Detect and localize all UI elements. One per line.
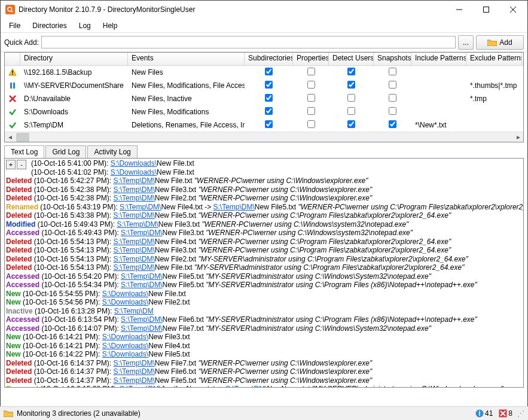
log-path-link[interactable]: S:\Temp\DM\ <box>117 220 158 229</box>
log-path-link[interactable]: S:\Downloads\ <box>102 333 148 341</box>
grid-header-properties[interactable]: Properties <box>293 53 329 65</box>
checkbox[interactable] <box>265 107 273 115</box>
log-path-link[interactable]: S:\Downloads\ <box>111 159 157 168</box>
menu-bar: File Directories Log Help <box>1 19 527 33</box>
checkbox[interactable] <box>347 120 355 128</box>
event-label: Deleted <box>6 176 32 185</box>
timestamp: (10-Oct-16 5:42:27 PM): <box>32 176 113 185</box>
grid-header-snapshots[interactable]: Snapshots <box>374 53 411 65</box>
log-expand-button[interactable]: + <box>6 160 16 169</box>
grid-header-icon[interactable] <box>5 53 20 65</box>
log-path-link[interactable]: S:\Temp\DM\ <box>120 203 161 211</box>
checkbox[interactable] <box>307 94 315 102</box>
log-path-link[interactable]: S:\Temp\DM\ <box>121 315 162 324</box>
checkbox[interactable] <box>307 68 315 75</box>
grid-header-subdirs[interactable]: Subdirectories <box>245 53 293 65</box>
checkbox[interactable] <box>347 68 355 75</box>
minimize-button[interactable] <box>445 1 472 18</box>
grid-row[interactable]: S:\DownloadsNew Files, Modifications <box>5 105 523 118</box>
log-path-link[interactable]: S:\Temp\DM\ <box>113 255 154 263</box>
browse-button[interactable]: ... <box>458 35 474 50</box>
log-path-link[interactable]: S:\Downloads\ <box>102 342 148 350</box>
scroll-thumb[interactable] <box>16 133 29 142</box>
checkbox[interactable] <box>265 94 273 102</box>
log-path-link[interactable]: S:\Temp\DM\ <box>113 246 154 254</box>
checkbox[interactable] <box>265 120 273 128</box>
log-path-link[interactable]: S:\Temp\DM\ <box>121 272 162 281</box>
log-path-link[interactable]: S:\Downloads\ <box>111 168 157 176</box>
tab-text-log[interactable]: Text Log <box>4 145 44 159</box>
event-label: Deleted <box>6 359 32 367</box>
grid-header-detect[interactable]: Detect Users <box>329 53 374 65</box>
log-path-link[interactable]: S:\Temp\DM\ <box>113 194 154 202</box>
checkbox[interactable] <box>389 107 396 115</box>
log-line: Modified (10-Oct-16 5:49:43 PM): S:\Temp… <box>6 220 522 229</box>
checkbox[interactable] <box>389 94 396 102</box>
checkbox[interactable] <box>389 68 396 75</box>
log-path-link[interactable]: S:\Downloads\ <box>102 350 148 358</box>
status-icon <box>5 93 20 104</box>
checkbox[interactable] <box>389 81 396 89</box>
tab-grid-log[interactable]: Grid Log <box>45 145 86 159</box>
menu-help[interactable]: Help <box>97 20 124 32</box>
events-cell: Deletions, Renames, File Access, In.. <box>128 120 245 130</box>
log-path-link[interactable]: S:\Temp\DM\ <box>120 385 161 388</box>
checkbox[interactable] <box>347 81 355 89</box>
log-path-link[interactable]: S:\Downloads\ <box>102 290 148 298</box>
log-path-link[interactable]: S:\Temp\DM\ <box>121 324 162 333</box>
grid-header-include[interactable]: Include Patterns <box>411 53 466 65</box>
event-label: Deleted <box>6 211 32 220</box>
log-path-link[interactable]: S:\Temp\DM\ <box>121 229 162 237</box>
log-path-link[interactable]: S:\Temp\DM\ <box>113 376 154 385</box>
log-path-link[interactable]: S:\Downloads\ <box>102 298 148 306</box>
browse-label: ... <box>463 38 469 47</box>
checkbox[interactable] <box>265 81 273 89</box>
log-path-link[interactable]: S:\Temp\DM\ <box>113 367 154 376</box>
quick-add-input[interactable] <box>41 36 456 48</box>
grid-header-events[interactable]: Events <box>128 53 245 65</box>
log-path-link[interactable]: S:\Temp\DM\ <box>113 263 154 272</box>
grid-row[interactable]: \\MY-SERVER\DocumentShareNew Files, Modi… <box>5 79 523 92</box>
menu-file[interactable]: File <box>3 20 26 32</box>
checkbox[interactable] <box>265 68 273 75</box>
checkbox[interactable] <box>389 120 396 128</box>
horizontal-scrollbar[interactable]: ◂ ▸ <box>5 132 523 142</box>
log-path-link[interactable]: S:\Temp\DM <box>114 307 154 315</box>
info-badge[interactable]: i 41 <box>474 409 494 418</box>
tab-activity-log[interactable]: Activity Log <box>87 145 137 159</box>
grid-row[interactable]: S:\Temp\DMDeletions, Renames, File Acces… <box>5 118 523 132</box>
log-path-link[interactable]: S:\Temp\DM\ <box>113 176 154 185</box>
log-filename: New File2.txt <box>155 194 199 202</box>
grid-row[interactable]: \\192.168.1.5\BackupNew Files <box>5 66 523 79</box>
checkbox[interactable] <box>347 94 355 102</box>
exclude-cell: *.thumbs|*.tmp <box>466 80 522 91</box>
log-path-link[interactable]: S:\Temp\DM\ <box>113 359 154 367</box>
log-path-link[interactable]: S:\Temp\DM\ <box>113 211 154 220</box>
resize-grip-icon[interactable]: ⋰ <box>517 409 524 418</box>
close-button[interactable] <box>499 1 526 18</box>
log-path-link[interactable]: S:\Temp\DM\ <box>225 385 267 388</box>
grid-row[interactable]: D:\UnavailableNew Files, Inactive*.tmp <box>5 92 523 105</box>
add-button[interactable]: Add <box>476 35 524 50</box>
error-badge[interactable]: 8 <box>498 409 514 418</box>
log-line: Deleted (10-Oct-16 5:43:38 PM): S:\Temp\… <box>6 211 522 220</box>
checkbox[interactable] <box>347 107 355 115</box>
maximize-button[interactable] <box>472 1 499 18</box>
grid-header-directory[interactable]: Directory <box>20 53 128 65</box>
menu-directories[interactable]: Directories <box>26 20 72 32</box>
checkbox[interactable] <box>307 81 315 89</box>
log-path-link[interactable]: S:\Temp\DM\ <box>113 238 154 246</box>
log-path-link[interactable]: S:\Temp\DM\ <box>213 203 254 211</box>
log-filename: New File6.txt <box>162 315 206 324</box>
log-path-link[interactable]: S:\Temp\DM\ <box>121 281 162 289</box>
log-collapse-button[interactable]: - <box>17 160 26 169</box>
log-path-link[interactable]: S:\Temp\DM\ <box>113 185 154 194</box>
scroll-right-arrow-icon[interactable]: ▸ <box>513 132 523 142</box>
scroll-left-arrow-icon[interactable]: ◂ <box>5 132 15 142</box>
timestamp: (10-Oct-16 6:15:30 PM): <box>38 385 120 388</box>
include-cell <box>411 84 466 87</box>
menu-log[interactable]: Log <box>73 20 97 32</box>
checkbox[interactable] <box>307 107 315 115</box>
grid-header-exclude[interactable]: Exclude Patterns <box>466 53 522 65</box>
checkbox[interactable] <box>307 120 315 128</box>
